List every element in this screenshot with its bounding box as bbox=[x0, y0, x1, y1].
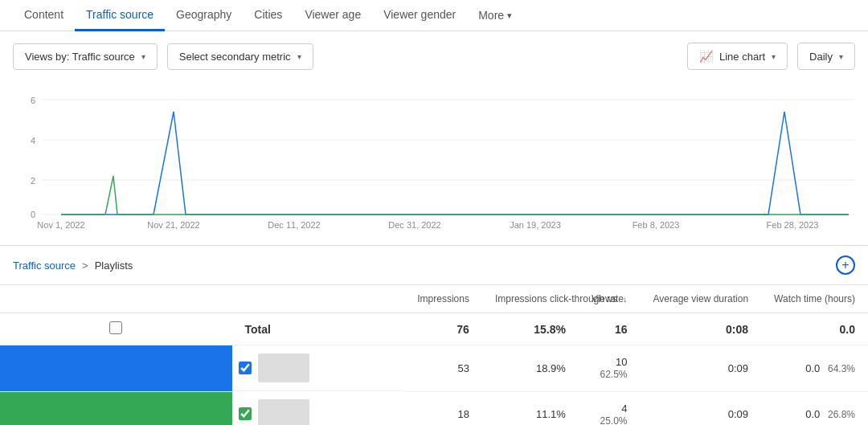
svg-text:Feb 8, 2023: Feb 8, 2023 bbox=[633, 220, 680, 230]
row2-watch-time: 0.0 26.8% bbox=[761, 391, 868, 425]
total-ctr: 15.8% bbox=[482, 313, 579, 345]
tab-content[interactable]: Content bbox=[13, 0, 75, 31]
breadcrumb-separator: > bbox=[82, 259, 88, 272]
row-color-indicator-green bbox=[0, 391, 232, 425]
col-header-watch-time[interactable]: Watch time (hours) bbox=[761, 285, 868, 313]
sort-icon: ↓ bbox=[623, 294, 628, 304]
add-comparison-button[interactable]: + bbox=[836, 255, 855, 275]
more-menu[interactable]: More ▾ bbox=[467, 1, 523, 30]
chart-type-label: Line chart bbox=[719, 51, 765, 63]
row2-avg-view: 0:09 bbox=[641, 391, 762, 425]
row2-checkbox[interactable] bbox=[239, 407, 252, 420]
total-views: 16 bbox=[579, 313, 641, 345]
total-checkbox-cell[interactable] bbox=[0, 313, 232, 345]
table-section: Traffic source > Playlists + Impressions… bbox=[0, 245, 868, 425]
total-avg-view: 0:08 bbox=[641, 313, 762, 345]
col-header-label bbox=[232, 285, 405, 313]
svg-text:Feb 28, 2023: Feb 28, 2023 bbox=[767, 220, 819, 230]
svg-text:0: 0 bbox=[31, 210, 35, 219]
tab-cities[interactable]: Cities bbox=[243, 0, 293, 31]
tab-viewer-gender[interactable]: Viewer gender bbox=[372, 0, 467, 31]
row1-avg-view: 0:09 bbox=[641, 345, 762, 392]
tab-geography[interactable]: Geography bbox=[165, 0, 243, 31]
svg-text:2: 2 bbox=[31, 176, 35, 186]
secondary-metric-dropdown[interactable]: Select secondary metric ▾ bbox=[167, 43, 313, 70]
row1-watch-pct: 64.3% bbox=[828, 363, 855, 374]
svg-text:Dec 11, 2022: Dec 11, 2022 bbox=[268, 220, 320, 230]
primary-metric-dropdown[interactable]: Views by: Traffic source ▾ bbox=[13, 43, 158, 70]
tab-traffic-source[interactable]: Traffic source bbox=[75, 0, 165, 31]
total-impressions: 76 bbox=[404, 313, 482, 345]
row1-checkbox[interactable] bbox=[239, 362, 252, 374]
row1-impressions: 53 bbox=[404, 345, 482, 392]
row2-ctr: 11.1% bbox=[482, 391, 579, 425]
tab-viewer-age[interactable]: Viewer age bbox=[293, 0, 372, 31]
thumbnail bbox=[258, 353, 309, 382]
row2-impressions: 18 bbox=[404, 391, 482, 425]
svg-text:6: 6 bbox=[31, 96, 35, 105]
data-table: Impressions Impressions click-through ra… bbox=[0, 285, 868, 425]
breadcrumb-link[interactable]: Traffic source bbox=[13, 259, 76, 272]
period-label: Daily bbox=[809, 51, 833, 63]
row1-watch-time: 0.0 64.3% bbox=[761, 345, 868, 392]
chart-area: 6 4 2 0 Nov 1, 2022 Nov 21, 2022 Dec 11,… bbox=[0, 81, 868, 239]
svg-text:Nov 1, 2022: Nov 1, 2022 bbox=[37, 220, 84, 230]
row2-watch-pct: 26.8% bbox=[828, 409, 855, 420]
svg-text:Dec 31, 2022: Dec 31, 2022 bbox=[388, 220, 440, 230]
row2-views: 4 25.0% bbox=[579, 391, 641, 425]
table-row: 18 11.1% 4 25.0% 0:09 0.0 26.8% bbox=[0, 391, 868, 425]
table-row: 53 18.9% 10 62.5% 0:09 0.0 64.3% bbox=[0, 345, 868, 392]
chevron-down-icon: ▾ bbox=[772, 52, 776, 61]
primary-metric-label: Views by: Traffic source bbox=[25, 51, 135, 63]
svg-text:Jan 19, 2023: Jan 19, 2023 bbox=[510, 220, 561, 230]
line-chart-icon: 📈 bbox=[699, 50, 713, 63]
line-chart: 6 4 2 0 Nov 1, 2022 Nov 21, 2022 Dec 11,… bbox=[13, 88, 855, 236]
table-breadcrumb: Traffic source > Playlists + bbox=[0, 246, 868, 285]
row2-views-pct: 25.0% bbox=[600, 415, 628, 426]
row1-views: 10 62.5% bbox=[579, 345, 641, 392]
col-header-impressions[interactable]: Impressions bbox=[404, 285, 482, 313]
total-checkbox[interactable] bbox=[109, 321, 122, 334]
breadcrumb-current: Playlists bbox=[95, 259, 133, 272]
toolbar: Views by: Traffic source ▾ Select second… bbox=[0, 31, 868, 81]
total-row: Total 76 15.8% 16 0:08 0.0 bbox=[0, 313, 868, 345]
row1-checkbox-cell[interactable] bbox=[232, 345, 405, 391]
chevron-down-icon: ▾ bbox=[507, 10, 512, 21]
thumbnail bbox=[258, 399, 309, 425]
chevron-down-icon: ▾ bbox=[141, 52, 145, 61]
more-label: More bbox=[478, 9, 504, 22]
total-label: Total bbox=[232, 313, 405, 345]
nav-tabs: Content Traffic source Geography Cities … bbox=[0, 0, 868, 31]
row1-ctr: 18.9% bbox=[482, 345, 579, 392]
chart-type-dropdown[interactable]: 📈 Line chart ▾ bbox=[687, 43, 788, 70]
total-watch-time: 0.0 bbox=[761, 313, 868, 345]
svg-text:4: 4 bbox=[31, 136, 35, 145]
chevron-down-icon: ▾ bbox=[839, 52, 843, 61]
secondary-metric-label: Select secondary metric bbox=[179, 51, 291, 63]
row2-checkbox-cell[interactable] bbox=[232, 391, 405, 425]
chevron-down-icon: ▾ bbox=[297, 52, 301, 61]
svg-text:Nov 21, 2022: Nov 21, 2022 bbox=[147, 220, 199, 230]
row1-views-pct: 62.5% bbox=[600, 369, 628, 380]
checkbox-header bbox=[0, 285, 232, 313]
period-dropdown[interactable]: Daily ▾ bbox=[797, 43, 855, 70]
col-header-ctr[interactable]: Impressions click-through rate bbox=[482, 285, 579, 313]
row-color-indicator-blue bbox=[0, 345, 232, 392]
col-header-avg-view[interactable]: Average view duration bbox=[641, 285, 762, 313]
